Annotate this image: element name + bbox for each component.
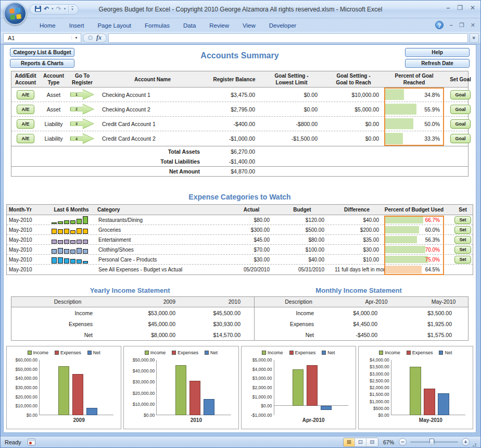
workbook-restore-button[interactable]: ❐ [459,22,464,29]
tab-home[interactable]: Home [33,20,62,32]
lowest-limit: $0.00 [260,88,323,102]
view-shortcuts: ⊞ ⊡ ⊟ [343,438,378,447]
set-budget-button[interactable]: Set [454,246,471,254]
set-goal-button[interactable]: Goal [450,105,470,114]
insert-function-area[interactable]: fx [83,33,107,43]
zoom-out-button[interactable]: − [399,438,407,446]
bar-expenses [424,389,435,415]
zoom-level[interactable]: 67% [383,439,394,445]
accounts-header-7: Percent of Goal Reached [384,71,444,87]
insert-function-icon[interactable]: fx [96,34,102,42]
sparkline-bar [58,229,63,234]
refresh-date-button[interactable]: Refresh Date [405,59,470,68]
sparkline-bar [58,240,63,244]
register-number: 4 [70,133,83,144]
normal-view-button[interactable]: ⊞ [344,438,355,446]
sparkline-chart [47,235,88,244]
formula-input[interactable] [108,33,468,43]
month-yr: May-2010 [7,255,47,264]
add-edit-account-button[interactable]: A/E [17,105,34,114]
tab-formulas[interactable]: Formulas [138,20,176,32]
macro-record-icon[interactable] [28,439,35,445]
tab-developer[interactable]: Developer [262,20,303,32]
account-row: A/ELiability3Credit Card Account 1-$400.… [11,117,468,131]
restore-button[interactable]: ❐ [457,5,463,11]
tab-review[interactable]: Review [202,20,236,32]
chart-2009[interactable]: IncomeExpensesNet$60,000.00$50,000.00$40… [6,346,121,429]
totals-value: $4,870.00 [208,168,260,175]
undo-icon[interactable]: ↶ [44,6,49,12]
sparkline-bar [70,259,75,264]
percent-of-budget-value: 60.0% [425,227,440,233]
goal-to-reach: $0.00 [323,131,384,146]
redo-icon[interactable]: ↷ [56,6,61,12]
sparkline-bar [77,248,82,254]
set-budget-button[interactable]: Set [454,216,471,224]
expense-budget: 05/31/2010 [275,265,330,275]
go-to-register-arrow[interactable]: 1 [70,89,94,101]
month-yr: May-2010 [7,225,47,234]
formula-bar-expand-button[interactable]: » [470,33,479,43]
expense-category: Entertainment [95,235,228,244]
set-budget-button[interactable]: Set [454,256,471,264]
percent-of-goal-value: 33.3% [424,135,440,142]
resize-grip[interactable] [475,443,476,445]
name-box[interactable]: A1 ▼ [3,33,81,43]
sparkline-bar [70,220,75,224]
percent-of-goal-cell: 33.3% [384,131,444,146]
workbook-close-button[interactable]: ✕ [471,22,475,29]
chart-legend: IncomeExpensesNet [244,349,353,356]
axis-tick-label: $10,000.00 [133,402,155,407]
close-button[interactable]: ✕ [470,5,475,11]
help-icon[interactable]: ? [435,21,444,29]
office-button[interactable] [4,2,27,25]
go-to-register-arrow[interactable]: 3 [70,118,94,130]
name-box-dropdown-icon[interactable]: ▼ [71,36,81,40]
zoom-slider-thumb[interactable] [429,439,434,445]
totals-value: -$1,400.00 [208,158,260,165]
set-budget-button[interactable]: Set [454,226,471,234]
save-icon[interactable] [35,6,41,12]
axis-tick-label: $3,000.00 [370,371,389,377]
minimize-button[interactable]: – [446,5,450,11]
set-goal-button[interactable]: Goal [450,134,470,143]
workbook-minimize-button[interactable]: – [450,22,453,28]
tab-insert[interactable]: Insert [62,20,91,32]
add-edit-account-button[interactable]: A/E [17,119,34,129]
undo-dropdown-icon[interactable]: ▾ [52,7,54,11]
go-to-register-arrow[interactable]: 4 [70,133,94,144]
set-goal-button[interactable]: Goal [450,90,470,99]
add-edit-account-button[interactable]: A/E [17,134,34,143]
axis-tick-label: $2,500.00 [370,378,389,383]
legend-swatch-expenses [172,351,176,355]
chart-apr-2010[interactable]: IncomeExpensesNet$5,000.00$4,000.00$3,00… [241,346,356,429]
account-name: Credit Card Account 2 [97,131,208,146]
legend-label: Expenses [60,350,81,355]
tab-page-layout[interactable]: Page Layout [91,20,138,32]
redo-dropdown-icon[interactable]: ▾ [64,7,66,11]
chart-2010[interactable]: IncomeExpensesNet$50,000.00$40,000.00$30… [123,346,238,429]
register-number: 2 [70,104,83,115]
go-to-register-arrow[interactable]: 2 [70,104,94,115]
income-value: $14,570.00 [189,329,254,340]
tab-view[interactable]: View [236,20,262,32]
tab-data[interactable]: Data [176,20,202,32]
set-goal-button[interactable]: Goal [450,119,470,129]
expense-row: May-2010See All Expenses - Budget vs Act… [7,265,473,275]
accounts-totals: Total Assets$6,270.00Total Liabilities-$… [11,146,469,177]
month-yr: May-2010 [7,245,47,254]
set-budget-button[interactable]: Set [454,236,471,244]
zoom-in-button[interactable]: + [462,438,470,446]
add-edit-account-button[interactable]: A/E [17,90,34,99]
customize-toolbar-icon[interactable]: ▾ [71,6,73,11]
page-layout-view-button[interactable]: ⊡ [355,438,366,446]
sparkline-bar [77,228,82,234]
percent-progress-bar [385,246,425,253]
zoom-slider[interactable] [410,441,458,443]
help-button[interactable]: Help [405,48,470,57]
page-break-view-button[interactable]: ⊟ [366,438,378,446]
chart-plot: $50,000.00$40,000.00$30,000.00$20,000.00… [156,360,231,415]
chart-may-2010[interactable]: IncomeExpensesNet$4,000.00$3,500.00$3,00… [358,346,473,429]
toolbar-separator [68,5,69,13]
worksheet[interactable]: Category List & Budget Reports & Charts … [3,44,476,433]
